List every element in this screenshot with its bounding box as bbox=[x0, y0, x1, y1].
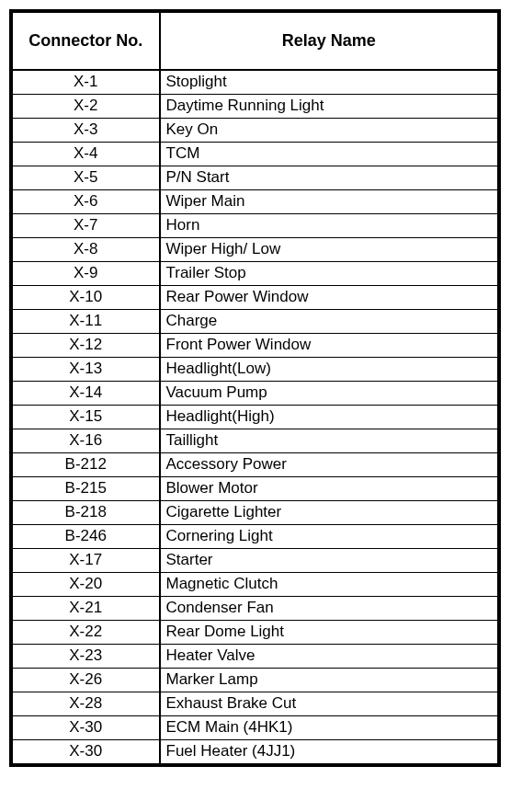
relay-cell: Fuel Heater (4JJ1) bbox=[160, 739, 498, 763]
relay-cell: Condenser Fan bbox=[160, 596, 498, 620]
connector-cell: X-7 bbox=[13, 213, 160, 237]
connector-cell: B-212 bbox=[13, 452, 160, 476]
table-row: X-22Rear Dome Light bbox=[13, 620, 498, 644]
table-row: X-8Wiper High/ Low bbox=[13, 237, 498, 261]
relay-table-container: Connector No. Relay Name X-1StoplightX-2… bbox=[9, 9, 501, 767]
relay-cell: Rear Power Window bbox=[160, 285, 498, 309]
table-row: X-21Condenser Fan bbox=[13, 596, 498, 620]
connector-cell: X-30 bbox=[13, 715, 160, 739]
table-row: X-14Vacuum Pump bbox=[13, 381, 498, 405]
table-row: X-30Fuel Heater (4JJ1) bbox=[13, 739, 498, 763]
header-relay: Relay Name bbox=[160, 13, 498, 71]
table-row: X-11Charge bbox=[13, 309, 498, 333]
relay-cell: Daytime Running Light bbox=[160, 94, 498, 118]
relay-cell: Key On bbox=[160, 118, 498, 142]
table-row: X-2Daytime Running Light bbox=[13, 94, 498, 118]
table-row: X-6Wiper Main bbox=[13, 189, 498, 213]
relay-cell: Heater Valve bbox=[160, 644, 498, 668]
relay-cell: Accessory Power bbox=[160, 452, 498, 476]
relay-cell: Taillight bbox=[160, 429, 498, 452]
table-row: X-1Stoplight bbox=[13, 70, 498, 94]
connector-cell: X-13 bbox=[13, 357, 160, 381]
connector-cell: X-16 bbox=[13, 429, 160, 452]
relay-cell: Wiper Main bbox=[160, 189, 498, 213]
relay-cell: Trailer Stop bbox=[160, 261, 498, 285]
relay-cell: Rear Dome Light bbox=[160, 620, 498, 644]
table-row: X-9Trailer Stop bbox=[13, 261, 498, 285]
connector-cell: X-10 bbox=[13, 285, 160, 309]
table-row: X-12Front Power Window bbox=[13, 333, 498, 357]
table-row: X-28Exhaust Brake Cut bbox=[13, 692, 498, 715]
header-connector: Connector No. bbox=[13, 13, 160, 71]
table-row: X-16Taillight bbox=[13, 429, 498, 452]
relay-cell: Cornering Light bbox=[160, 524, 498, 548]
connector-cell: B-218 bbox=[13, 500, 160, 524]
table-row: X-5P/N Start bbox=[13, 166, 498, 189]
connector-cell: X-22 bbox=[13, 620, 160, 644]
relay-cell: Exhaust Brake Cut bbox=[160, 692, 498, 715]
table-row: X-20Magnetic Clutch bbox=[13, 572, 498, 596]
table-header-row: Connector No. Relay Name bbox=[13, 13, 498, 71]
connector-cell: X-2 bbox=[13, 94, 160, 118]
connector-cell: X-3 bbox=[13, 118, 160, 142]
connector-cell: X-5 bbox=[13, 166, 160, 189]
connector-cell: X-11 bbox=[13, 309, 160, 333]
table-row: X-17Starter bbox=[13, 548, 498, 572]
relay-cell: Wiper High/ Low bbox=[160, 237, 498, 261]
table-row: X-4TCM bbox=[13, 142, 498, 166]
relay-cell: Stoplight bbox=[160, 70, 498, 94]
connector-cell: X-26 bbox=[13, 668, 160, 692]
table-row: X-7Horn bbox=[13, 213, 498, 237]
connector-cell: X-1 bbox=[13, 70, 160, 94]
relay-cell: Headlight(High) bbox=[160, 405, 498, 429]
relay-cell: Headlight(Low) bbox=[160, 357, 498, 381]
table-row: X-10Rear Power Window bbox=[13, 285, 498, 309]
connector-cell: X-17 bbox=[13, 548, 160, 572]
relay-cell: Front Power Window bbox=[160, 333, 498, 357]
table-row: B-212Accessory Power bbox=[13, 452, 498, 476]
connector-cell: B-246 bbox=[13, 524, 160, 548]
relay-cell: TCM bbox=[160, 142, 498, 166]
table-row: B-215Blower Motor bbox=[13, 476, 498, 500]
relay-cell: ECM Main (4HK1) bbox=[160, 715, 498, 739]
connector-cell: X-23 bbox=[13, 644, 160, 668]
table-body: X-1StoplightX-2Daytime Running LightX-3K… bbox=[13, 70, 498, 763]
connector-cell: X-12 bbox=[13, 333, 160, 357]
relay-cell: Horn bbox=[160, 213, 498, 237]
relay-cell: Starter bbox=[160, 548, 498, 572]
table-row: X-13Headlight(Low) bbox=[13, 357, 498, 381]
relay-cell: Marker Lamp bbox=[160, 668, 498, 692]
table-row: B-246Cornering Light bbox=[13, 524, 498, 548]
connector-cell: X-9 bbox=[13, 261, 160, 285]
connector-cell: X-15 bbox=[13, 405, 160, 429]
relay-cell: Charge bbox=[160, 309, 498, 333]
relay-cell: Vacuum Pump bbox=[160, 381, 498, 405]
relay-cell: P/N Start bbox=[160, 166, 498, 189]
table-row: X-3Key On bbox=[13, 118, 498, 142]
connector-cell: X-6 bbox=[13, 189, 160, 213]
table-row: X-26Marker Lamp bbox=[13, 668, 498, 692]
table-row: B-218Cigarette Lighter bbox=[13, 500, 498, 524]
connector-cell: B-215 bbox=[13, 476, 160, 500]
connector-cell: X-8 bbox=[13, 237, 160, 261]
table-row: X-30ECM Main (4HK1) bbox=[13, 715, 498, 739]
connector-cell: X-20 bbox=[13, 572, 160, 596]
connector-cell: X-28 bbox=[13, 692, 160, 715]
connector-cell: X-14 bbox=[13, 381, 160, 405]
relay-table: Connector No. Relay Name X-1StoplightX-2… bbox=[12, 12, 498, 764]
connector-cell: X-21 bbox=[13, 596, 160, 620]
relay-cell: Cigarette Lighter bbox=[160, 500, 498, 524]
relay-cell: Blower Motor bbox=[160, 476, 498, 500]
connector-cell: X-4 bbox=[13, 142, 160, 166]
connector-cell: X-30 bbox=[13, 739, 160, 763]
table-row: X-15Headlight(High) bbox=[13, 405, 498, 429]
table-row: X-23Heater Valve bbox=[13, 644, 498, 668]
relay-cell: Magnetic Clutch bbox=[160, 572, 498, 596]
